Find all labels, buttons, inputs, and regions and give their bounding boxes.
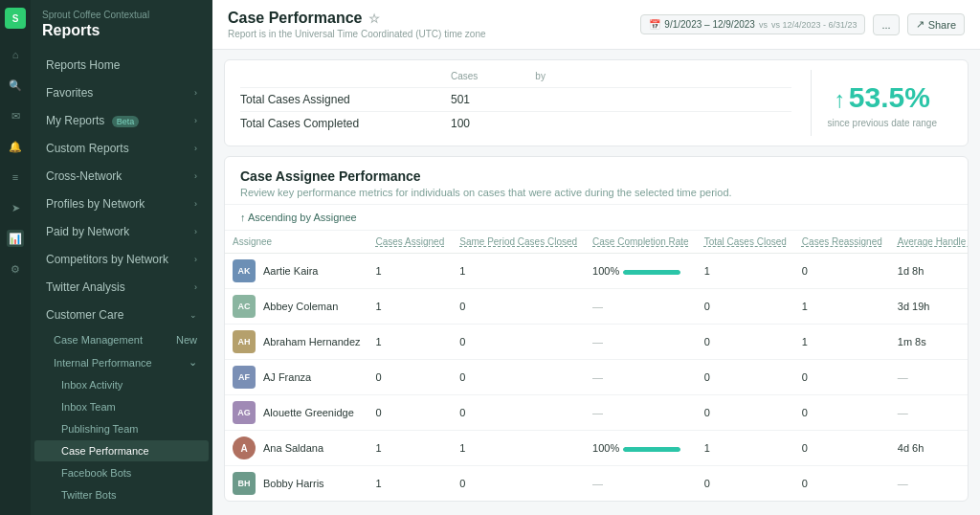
progress-bar [623, 447, 680, 452]
nav-item-profiles-by-network[interactable]: Profiles by Network › [34, 190, 209, 217]
calendar-icon: 📅 [649, 19, 660, 30]
cell-total_closed: 0 [697, 325, 794, 360]
performance-table: Assignee Cases Assigned Same Period Case… [225, 231, 969, 501]
summary-row-completed: Total Cases Completed 100 [240, 111, 791, 135]
topbar-right: 📅 9/1/2023 – 12/9/2023 vs vs 12/4/2023 -… [640, 13, 965, 35]
cell-same_period: 0 [452, 289, 585, 325]
up-arrow-icon: ↑ [835, 86, 846, 112]
cell-avg_handle: 1d 8h [890, 254, 969, 289]
dash-value: — [592, 371, 603, 383]
chevron-icon: ⌄ [189, 356, 197, 369]
col-header-assignee: Assignee [225, 231, 368, 254]
row-value-completed: 100 [451, 117, 508, 130]
app-logo[interactable]: S [5, 8, 26, 29]
nav-sub-item-inbox-team[interactable]: Inbox Team [34, 396, 209, 417]
cell-reassigned: 0 [794, 395, 890, 431]
nav-icon-chart[interactable]: 📊 [7, 230, 24, 247]
table-row: BHBobby Harris10—00——— [225, 466, 969, 502]
cell-completion-rate: — [585, 360, 697, 395]
nav-icon-home[interactable]: ⌂ [7, 46, 24, 63]
nav-item-custom-reports[interactable]: Custom Reports › [34, 135, 209, 162]
cell-same_period: 1 [452, 431, 585, 466]
cell-total_closed: 0 [697, 289, 794, 325]
dash-value: — [592, 336, 603, 347]
assignee-performance-section: Case Assignee Performance Review key per… [224, 156, 969, 502]
nav-sub-item-publishing-team[interactable]: Publishing Team [34, 418, 209, 439]
cell-total_closed: 0 [697, 360, 794, 395]
big-stat-widget: ↑ 53.5% since previous date range [811, 70, 952, 136]
nav-item-twitter-analysis[interactable]: Twitter Analysis › [34, 274, 209, 301]
sort-bar: ↑ Ascending by Assignee [225, 204, 968, 231]
nav-item-reports-home[interactable]: Reports Home [34, 52, 209, 78]
chevron-icon: › [194, 88, 197, 98]
nav-item-favorites[interactable]: Favorites › [34, 79, 209, 106]
nav-item-my-reports[interactable]: My Reports Beta › [34, 107, 209, 134]
col-header-completion-rate: Case Completion Rate [585, 231, 697, 254]
avatar: BH [233, 472, 256, 495]
cell-total_closed: 1 [697, 254, 794, 289]
nav-sub-item-inbox-activity[interactable]: Inbox Activity [34, 374, 209, 395]
chevron-icon: › [194, 144, 197, 153]
cell-same_period: 0 [452, 395, 585, 431]
nav-sub-item-case-management[interactable]: Case Management New [34, 329, 209, 350]
nav-item-competitors[interactable]: Competitors by Network › [34, 246, 209, 273]
cell-total_closed: 1 [697, 431, 794, 466]
cell-completion-rate: — [585, 466, 697, 502]
row-label-assigned: Total Cases Assigned [240, 93, 393, 106]
assignee-cell-1: ACAbbey Coleman [225, 289, 368, 325]
table-row: AHAbraham Hernandez10—011m 8s—— [225, 325, 969, 360]
dash-value: — [592, 301, 603, 312]
avatar: AH [233, 330, 256, 353]
dash-value: — [592, 478, 603, 489]
cell-reassigned: 0 [794, 254, 890, 289]
nav-icon-menu[interactable]: ≡ [7, 168, 24, 186]
assignee-cell-0: AKAartie Kaira [225, 254, 368, 289]
share-button[interactable]: ↗ Share [907, 13, 965, 35]
new-badge: New [176, 334, 197, 346]
nav-icon-mail[interactable]: ✉ [7, 107, 24, 124]
left-navigation: Sprout Coffee Contextual Reports › Repor… [31, 0, 212, 515]
cell-avg_handle: 4d 6h [890, 431, 969, 466]
nav-icon-bell[interactable]: 🔔 [7, 138, 24, 155]
cell-total_closed: 0 [697, 395, 794, 431]
cell-avg_handle: 3d 19h [890, 289, 969, 325]
chevron-icon: › [194, 116, 197, 125]
assignee-cell-5: AAna Saldana [225, 431, 368, 466]
nav-sub-item-facebook-bots[interactable]: Facebook Bots [34, 462, 209, 483]
nav-icon-search[interactable]: 🔍 [7, 77, 24, 94]
cell-reassigned: 0 [794, 466, 890, 502]
col-header-avg-handle: Average Handle Time [890, 231, 969, 254]
date-range-button[interactable]: 📅 9/1/2023 – 12/9/2023 vs vs 12/4/2023 -… [640, 14, 865, 34]
nav-sub-item-twitter-bots[interactable]: Twitter Bots [34, 484, 209, 505]
nav-sub-item-case-performance[interactable]: Case Performance [34, 440, 209, 461]
nav-icon-settings[interactable]: ⚙ [7, 260, 24, 278]
nav-item-cross-network[interactable]: Cross-Network › [34, 163, 209, 190]
avatar: A [233, 437, 256, 459]
cell-reassigned: 0 [794, 360, 890, 395]
nav-sub-item-internal-performance[interactable]: Internal Performance ⌄ [34, 351, 209, 373]
section-subtitle: Review key performance metrics for indiv… [240, 187, 952, 198]
star-icon[interactable]: ☆ [368, 11, 380, 26]
topbar-left: Case Performance ☆ Report is in the Univ… [228, 10, 486, 39]
chevron-icon: › [194, 171, 197, 181]
table-row: AFAJ Franza00—00—120d 20h— [225, 360, 969, 395]
share-icon: ↗ [916, 18, 924, 31]
cell-completion-rate: 100% [585, 254, 697, 289]
nav-item-paid-by-network[interactable]: Paid by Network › [34, 218, 209, 245]
assignee-name: Bobby Harris [263, 478, 324, 489]
icon-sidebar: S ⌂ 🔍 ✉ 🔔 ≡ ➤ 📊 ⚙ [0, 0, 31, 515]
row-label-completed: Total Cases Completed [240, 117, 393, 130]
avatar: AC [233, 295, 256, 318]
sort-button[interactable]: ↑ Ascending by Assignee [240, 212, 357, 223]
col-header-metric [240, 71, 393, 81]
table-row: AKAartie Kaira11100%101d 8h9h 4m— [225, 254, 969, 289]
nav-item-customer-care[interactable]: Customer Care ⌄ [34, 302, 209, 328]
cell-same_period: 0 [452, 325, 585, 360]
assignee-cell-4: AGAlouette Greenidge [225, 395, 368, 431]
more-button[interactable]: ... [873, 14, 899, 35]
nav-icon-send[interactable]: ➤ [7, 199, 24, 216]
cell-cases_assigned: 0 [368, 395, 453, 431]
big-stat-number: ↑ 53.5% [827, 81, 937, 114]
cell-cases_assigned: 1 [368, 325, 453, 360]
assignee-name: Abbey Coleman [263, 301, 338, 312]
